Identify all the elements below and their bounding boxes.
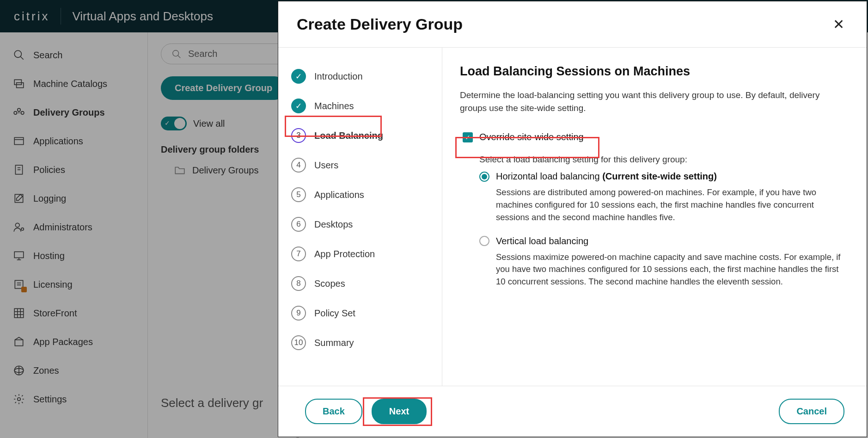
step-label: Users [314,160,338,171]
radio-selected-icon [479,172,489,182]
cancel-button[interactable]: Cancel [779,399,844,424]
next-button[interactable]: Next [372,399,427,424]
step-summary[interactable]: 10Summary [287,330,431,356]
radio-unselected-icon [479,236,489,246]
page-heading: Load Balancing Sessions on Machines [460,64,844,79]
radio-horizontal[interactable]: Horizontal load balancing (Current site-… [479,171,844,223]
override-checkbox-row[interactable]: ✓ Override site-wide setting [460,128,587,146]
step-desktops[interactable]: 6Desktops [287,211,431,237]
step-number: 3 [291,128,306,143]
step-policy-set[interactable]: 9Policy Set [287,300,431,326]
step-number: 7 [291,247,306,261]
modal-title: Create Delivery Group [297,15,463,33]
step-label: Load Balancing [314,130,383,141]
step-scopes[interactable]: 8Scopes [287,271,431,296]
select-label: Select a load balancing setting for this… [479,154,844,165]
step-label: Scopes [314,278,345,289]
form-panel: Load Balancing Sessions on Machines Dete… [442,48,867,386]
step-applications[interactable]: 5Applications [287,182,431,208]
close-button[interactable]: ✕ [833,16,844,32]
step-app-protection[interactable]: 7App Protection [287,241,431,267]
step-label: Summary [314,338,354,348]
radio-label: Vertical load balancing [496,236,588,247]
check-icon: ✓ [291,69,306,84]
step-machines[interactable]: ✓Machines [287,93,431,119]
page-description: Determine the load-balancing setting you… [460,89,844,114]
step-number: 9 [291,306,306,321]
step-number: 6 [291,217,306,232]
radio-vertical[interactable]: Vertical load balancing Sessions maximiz… [479,236,844,288]
radio-description: Sessions maximize powered-on machine cap… [496,251,844,288]
create-delivery-group-modal: Create Delivery Group ✕ ✓Introduction ✓M… [278,1,867,437]
check-icon: ✓ [291,99,306,113]
radio-suffix: (Current site-wide setting) [602,171,717,181]
step-number: 5 [291,187,306,202]
radio-label: Horizontal load balancing [496,171,600,181]
radio-description: Sessions are distributed among powered-o… [496,186,844,223]
step-label: Policy Set [314,308,355,319]
step-load-balancing[interactable]: 3Load Balancing [287,123,431,148]
back-button[interactable]: Back [305,399,362,424]
step-label: Desktops [314,219,353,230]
override-label: Override site-wide setting [479,132,584,142]
step-users[interactable]: 4Users [287,152,431,178]
step-number: 4 [291,158,306,173]
checkbox-checked-icon: ✓ [463,132,473,142]
step-label: Machines [314,101,354,111]
step-number: 10 [291,335,306,350]
step-label: App Protection [314,249,375,259]
step-label: Introduction [314,71,363,82]
steps-list: ✓Introduction ✓Machines 3Load Balancing … [278,48,442,386]
step-introduction[interactable]: ✓Introduction [287,63,431,89]
step-label: Applications [314,190,364,200]
step-number: 8 [291,276,306,291]
